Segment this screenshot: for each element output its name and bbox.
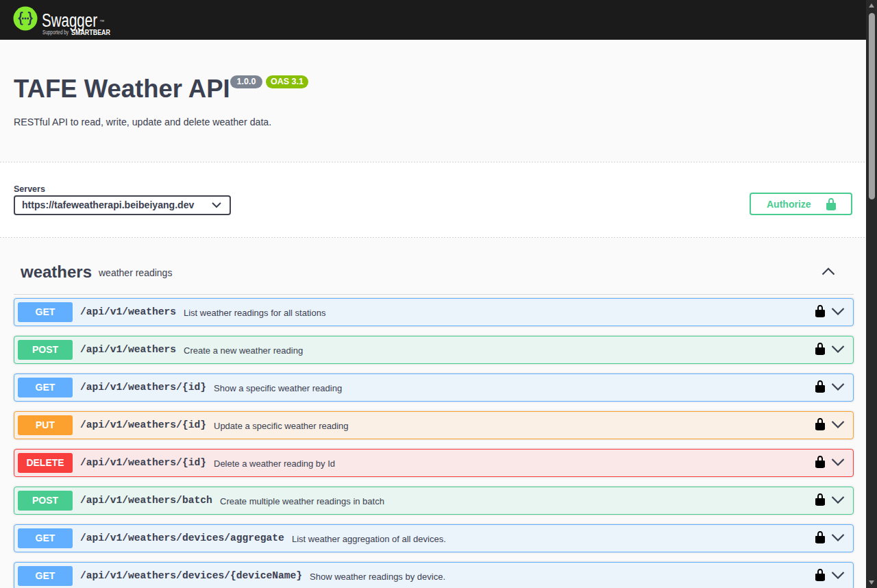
svg-text:Supported by: Supported by — [42, 28, 69, 36]
svg-text:SMARTBEAR: SMARTBEAR — [71, 29, 111, 36]
svg-text:™: ™ — [99, 19, 105, 25]
